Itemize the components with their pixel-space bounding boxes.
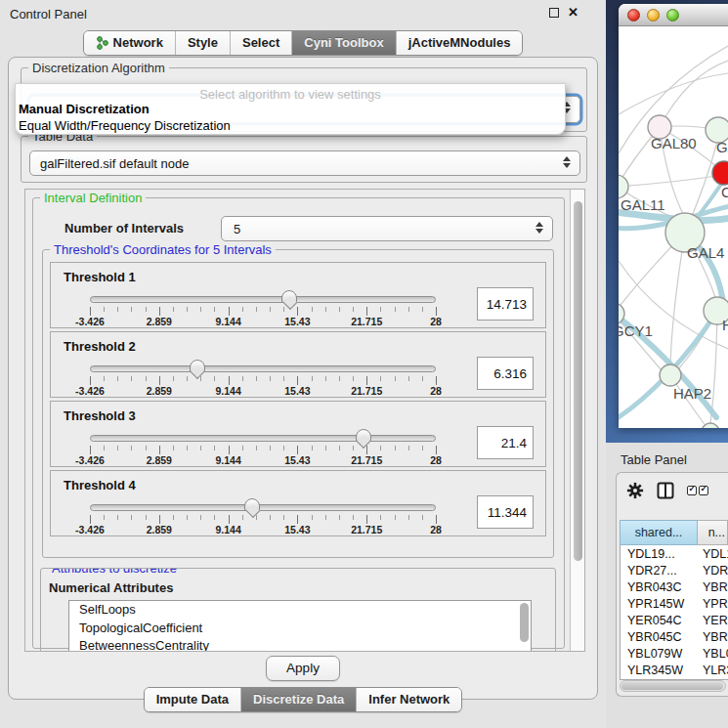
threshold-3-row: Threshold 3 -3.4262.8599.14415.4321.7152…: [50, 401, 546, 467]
table-row[interactable]: YBR045CYBR0...: [621, 628, 728, 645]
table-row[interactable]: YLR345WYLR3...: [621, 662, 728, 678]
label-h-partial: H: [722, 317, 728, 333]
threshold-1-slider[interactable]: -3.4262.8599.14415.4321.71528: [90, 290, 436, 327]
slider-tick-label: 15.43: [284, 454, 310, 466]
algorithm-dropdown-popup: Select algorithm to view settings Manual…: [15, 83, 566, 135]
cyni-toolbox-panel: Discretization Algorithm Select algorith…: [8, 57, 598, 700]
column-header-shared-name[interactable]: shared...: [620, 520, 698, 545]
tab-infer-network[interactable]: Infer Network: [356, 688, 461, 711]
threshold-3-slider[interactable]: -3.4262.8599.14415.4321.71528: [90, 429, 436, 466]
threshold-1-value-field[interactable]: 14.713: [477, 287, 534, 321]
slider-track[interactable]: [90, 504, 436, 511]
label-ga-partial: GA: [716, 139, 728, 155]
scrollbar-thumb[interactable]: [574, 201, 582, 561]
numerical-attributes-list[interactable]: SelfLoops TopologicalCoefficient Between…: [68, 600, 532, 652]
table-row[interactable]: YDR27...YDR2...: [621, 562, 728, 578]
list-scrollbar[interactable]: [520, 603, 529, 642]
node-hap2[interactable]: [660, 364, 681, 386]
slider-tick-label: 9.144: [215, 385, 240, 397]
tab-impute-data[interactable]: Impute Data: [145, 688, 240, 711]
float-panel-icon[interactable]: [549, 8, 559, 18]
slider-tick-label: 2.859: [147, 454, 172, 466]
slider-thumb[interactable]: [190, 360, 205, 372]
node-table-card: shared... n... YDL19...YDL1... YDR27...Y…: [616, 472, 728, 697]
threshold-1-label: Threshold 1: [64, 270, 136, 284]
bottom-tabstrip: Impute Data Discretize Data Infer Networ…: [0, 687, 606, 712]
slider-tick-label: 28: [430, 385, 442, 397]
threshold-2-label: Threshold 2: [64, 339, 136, 354]
label-gal4: GAL4: [687, 244, 724, 261]
slider-track[interactable]: [90, 296, 436, 303]
gear-icon[interactable]: [626, 482, 644, 499]
table-row[interactable]: YER054CYER0...: [621, 612, 728, 628]
label-gal80: GAL80: [651, 135, 697, 151]
tab-jactivemnodules[interactable]: jActiveMNodules: [396, 31, 523, 55]
table-row[interactable]: YBR043CYBR0...: [621, 578, 728, 595]
table-row[interactable]: YBL079WYBL0...: [621, 645, 728, 662]
network-canvas[interactable]: GAL80 GA C GAL11 GAL4 GCY1 H HAP2: [619, 26, 728, 428]
tab-discretize-data[interactable]: Discretize Data: [240, 688, 356, 711]
table-body[interactable]: YDL19...YDL1... YDR27...YDR2... YBR043CY…: [620, 545, 728, 680]
threshold-4-slider[interactable]: -3.4262.8599.14415.4321.71528: [90, 498, 436, 535]
slider-track[interactable]: [90, 435, 436, 442]
slider-track[interactable]: [90, 365, 436, 372]
threshold-2-slider[interactable]: -3.4262.8599.14415.4321.71528: [90, 360, 436, 397]
close-panel-icon[interactable]: ✕: [568, 8, 578, 18]
slider-tick-label: 2.859: [147, 316, 172, 327]
threshold-3-value-field[interactable]: 21.4: [477, 426, 534, 459]
table-toolbar: [626, 482, 708, 499]
popup-option-manual-discretization[interactable]: Manual Discretization: [19, 102, 150, 116]
interval-definition-group: Interval Definition Number of Intervals …: [32, 197, 565, 649]
slider-tick-label: -3.426: [75, 385, 105, 397]
slider-thumb[interactable]: [356, 429, 371, 442]
threshold-4-row: Threshold 4 -3.4262.8599.14415.4321.7152…: [50, 470, 546, 536]
tab-cyni-toolbox[interactable]: Cyni Toolbox: [291, 31, 395, 55]
table-data-selected-value: galFiltered.sif default node: [40, 156, 189, 171]
slider-tick-label: 15.43: [284, 385, 310, 397]
list-item-betweennesscentrality[interactable]: BetweennessCentrality: [69, 637, 531, 652]
list-item-topologicalcoefficient[interactable]: TopologicalCoefficient: [69, 620, 531, 638]
network-window-titlebar[interactable]: [619, 4, 728, 26]
node-gal11[interactable]: [619, 175, 628, 198]
slider-tick-label: 9.144: [215, 524, 240, 535]
tab-network[interactable]: Network: [84, 31, 175, 55]
popup-option-equal-width-frequency[interactable]: Equal Width/Frequency Discretization: [19, 118, 231, 133]
threshold-3-label: Threshold 3: [64, 408, 136, 423]
zoom-window-icon[interactable]: [666, 9, 679, 21]
apply-button[interactable]: Apply: [266, 656, 340, 681]
minimize-window-icon[interactable]: [647, 9, 660, 21]
threshold-4-value-field[interactable]: 11.344: [477, 495, 534, 529]
slider-scale-labels: -3.4262.8599.14415.4321.71528: [90, 524, 436, 535]
table-row[interactable]: YPR145WYPR1...: [621, 595, 728, 612]
table-horizontal-scrollbar[interactable]: [620, 680, 726, 692]
slider-major-ticks: [90, 446, 437, 454]
tab-style[interactable]: Style: [175, 31, 230, 55]
number-of-intervals-value: 5: [234, 222, 240, 236]
slider-tick-label: 9.144: [215, 316, 240, 327]
thresholds-group-title: Threshold's Coordinates for 5 Intervals: [50, 242, 276, 257]
list-item-selfloops[interactable]: SelfLoops: [69, 601, 531, 620]
number-of-intervals-spinner[interactable]: 5: [221, 216, 553, 241]
select-columns-icon[interactable]: [687, 486, 708, 495]
table-row[interactable]: YDL19...YDL1...: [621, 545, 728, 562]
split-columns-icon[interactable]: [657, 482, 674, 499]
table-data-combobox[interactable]: galFiltered.sif default node: [29, 150, 580, 176]
settings-vertical-scrollbar[interactable]: [570, 190, 584, 651]
slider-thumb[interactable]: [281, 290, 297, 303]
threshold-2-value-field[interactable]: 6.316: [477, 357, 534, 390]
slider-thumb[interactable]: [244, 498, 260, 511]
slider-tick-label: 21.715: [351, 385, 382, 397]
discretization-algorithm-group-title: Discretization Algorithm: [28, 61, 169, 75]
network-window[interactable]: GAL80 GA C GAL11 GAL4 GCY1 H HAP2: [619, 4, 728, 428]
label-gcy1: GCY1: [619, 322, 653, 339]
checkbox-icon: [687, 486, 697, 495]
column-header-name[interactable]: n...: [698, 520, 728, 545]
close-window-icon[interactable]: [627, 9, 640, 21]
label-c-partial: C: [721, 184, 728, 200]
algorithm-popup-hint: Select algorithm to view settings: [16, 87, 565, 102]
scrollbar-thumb[interactable]: [621, 682, 723, 690]
slider-tick-label: 28: [430, 316, 442, 327]
network-icon: [96, 36, 108, 50]
tab-select[interactable]: Select: [230, 31, 291, 55]
label-gal11: GAL11: [621, 196, 665, 213]
